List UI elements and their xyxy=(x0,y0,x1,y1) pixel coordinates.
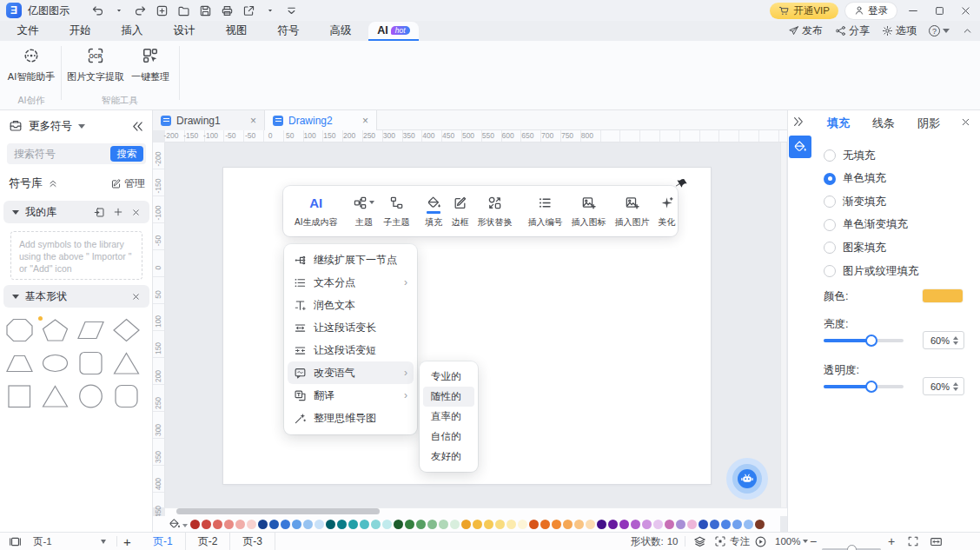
collapse-ribbon-button[interactable] xyxy=(962,25,973,36)
palette-color[interactable] xyxy=(473,520,482,529)
palette-color[interactable] xyxy=(507,520,516,529)
palette-color[interactable] xyxy=(337,520,347,529)
ai-toolbar-2[interactable]: 主题 xyxy=(348,192,379,230)
shape-diamond[interactable] xyxy=(111,317,141,343)
quick-export-button[interactable] xyxy=(240,2,258,19)
more-symbols-button[interactable]: 更多符号 xyxy=(29,119,72,134)
palette-color[interactable] xyxy=(439,520,448,529)
ai-toolbar-4[interactable]: 填充 xyxy=(420,192,447,230)
quick-redo-button[interactable] xyxy=(131,2,149,19)
palette-color[interactable] xyxy=(597,520,606,529)
palette-color[interactable] xyxy=(721,520,731,529)
palette-color[interactable] xyxy=(676,520,685,529)
fill-option-6[interactable]: 图片或纹理填充 xyxy=(824,262,919,280)
palette-color[interactable] xyxy=(495,520,505,529)
add-icon[interactable] xyxy=(113,207,123,217)
brightness-slider[interactable] xyxy=(824,335,904,347)
fill-option-1[interactable]: 无填充 xyxy=(824,147,876,164)
palette-color[interactable] xyxy=(427,520,437,529)
vip-button[interactable]: 开通VIP xyxy=(770,3,838,19)
palette-color[interactable] xyxy=(484,520,493,529)
basic-shapes-header[interactable]: 基本形状 xyxy=(3,285,149,308)
maximize-button[interactable] xyxy=(930,1,949,20)
fill-tool-button[interactable] xyxy=(789,136,811,158)
palette-color[interactable] xyxy=(518,520,527,529)
quick-save-button[interactable] xyxy=(196,2,215,19)
palette-color[interactable] xyxy=(732,520,742,529)
palette-color[interactable] xyxy=(710,520,719,529)
menu-item-4[interactable]: 设计 xyxy=(162,21,207,41)
palette-color[interactable] xyxy=(540,520,550,529)
context-item-8[interactable]: 整理思维导图 xyxy=(288,407,414,429)
close-panel-button[interactable] xyxy=(960,116,971,128)
quick-caret-button[interactable] xyxy=(110,2,128,19)
close-tab-icon[interactable]: × xyxy=(250,115,256,127)
shape-rounded-square-2[interactable] xyxy=(111,383,141,409)
quick-open-button[interactable] xyxy=(175,2,193,19)
palette-color[interactable] xyxy=(315,520,324,529)
context-item-6[interactable]: 改变语气› xyxy=(288,361,414,384)
ai-toolbar-1[interactable]: AIAI生成内容 xyxy=(290,192,341,230)
shape-trapezoid[interactable] xyxy=(4,350,34,376)
fill-option-5[interactable]: 图案填充 xyxy=(824,239,886,256)
fullscreen-icon[interactable] xyxy=(907,535,919,547)
palette-color[interactable] xyxy=(360,520,369,529)
menu-item-6[interactable]: 符号 xyxy=(266,21,311,41)
ai-toolbar-9[interactable]: 插入图片 xyxy=(610,192,653,230)
context-item-4[interactable]: 让这段话变长 xyxy=(288,316,414,339)
ai-toolbar-6[interactable]: 形状替换 xyxy=(473,192,516,230)
collapse-all-icon[interactable] xyxy=(48,178,58,189)
stepper-icon[interactable] xyxy=(953,336,963,345)
focus-mode-button[interactable]: 专注 xyxy=(714,533,750,550)
palette-color[interactable] xyxy=(382,520,392,529)
stepper-icon[interactable] xyxy=(953,382,963,391)
ai-toolbar-7[interactable]: 插入编号 xyxy=(523,192,566,230)
fill-option-2[interactable]: 单色填充 xyxy=(824,170,886,188)
ai-toolbar-5[interactable]: 边框 xyxy=(447,192,473,230)
minimize-button[interactable] xyxy=(904,1,923,20)
close-button[interactable] xyxy=(956,1,975,20)
palette-color[interactable] xyxy=(247,520,256,529)
palette-color[interactable] xyxy=(292,520,301,529)
manage-button[interactable]: 管理 xyxy=(110,176,145,191)
tone-option-3[interactable]: 直率的 xyxy=(423,407,474,427)
add-page-button[interactable]: + xyxy=(123,533,131,550)
search-button[interactable]: 搜索 xyxy=(110,146,143,162)
layers-icon[interactable] xyxy=(693,535,706,548)
quick-collapse-bar-button[interactable] xyxy=(282,2,301,19)
panel-tab-2[interactable]: 线条 xyxy=(872,116,895,131)
palette-color[interactable] xyxy=(552,520,561,529)
import-icon[interactable] xyxy=(94,207,105,218)
fill-caret-icon[interactable] xyxy=(182,524,188,527)
tone-option-1[interactable]: 专业的 xyxy=(423,367,474,387)
page-tab-1[interactable]: 页-1 xyxy=(141,533,186,550)
pin-icon[interactable] xyxy=(674,176,690,192)
palette-color[interactable] xyxy=(326,520,335,529)
ribbon-button-3[interactable]: 一键整理 xyxy=(111,47,189,83)
context-item-1[interactable]: 继续扩展下一节点 xyxy=(288,248,414,271)
quick-print-button[interactable] xyxy=(218,2,236,19)
shape-triangle[interactable] xyxy=(40,383,70,409)
fill-option-4[interactable]: 单色渐变填充 xyxy=(824,216,908,234)
palette-color[interactable] xyxy=(653,520,663,529)
palette-color[interactable] xyxy=(450,520,460,529)
close-tab-icon[interactable]: × xyxy=(362,115,368,127)
doc-tab-drawing1[interactable]: Drawing1× xyxy=(153,110,265,130)
palette-color[interactable] xyxy=(348,520,358,529)
ai-toolbar-3[interactable]: 子主题 xyxy=(379,192,414,230)
page-tab-3[interactable]: 页-3 xyxy=(230,533,275,550)
page-view-icon[interactable] xyxy=(9,535,22,548)
palette-color[interactable] xyxy=(529,520,539,529)
menu-item-2[interactable]: 开始 xyxy=(57,21,103,41)
horizontal-scrollbar[interactable] xyxy=(176,508,380,514)
shape-octagon[interactable] xyxy=(4,317,34,343)
brightness-value[interactable]: 60% xyxy=(923,331,964,349)
shape-square[interactable] xyxy=(4,383,34,409)
context-item-5[interactable]: 让这段话变短 xyxy=(288,339,414,361)
fill-option-3[interactable]: 渐变填充 xyxy=(824,193,886,210)
more-symbols-caret-icon[interactable] xyxy=(78,124,85,129)
zoom-level[interactable]: 100% xyxy=(775,533,808,550)
shape-circle[interactable] xyxy=(76,383,105,409)
zoom-slider-thumb[interactable] xyxy=(847,545,857,550)
opacity-value[interactable]: 60% xyxy=(923,377,964,395)
